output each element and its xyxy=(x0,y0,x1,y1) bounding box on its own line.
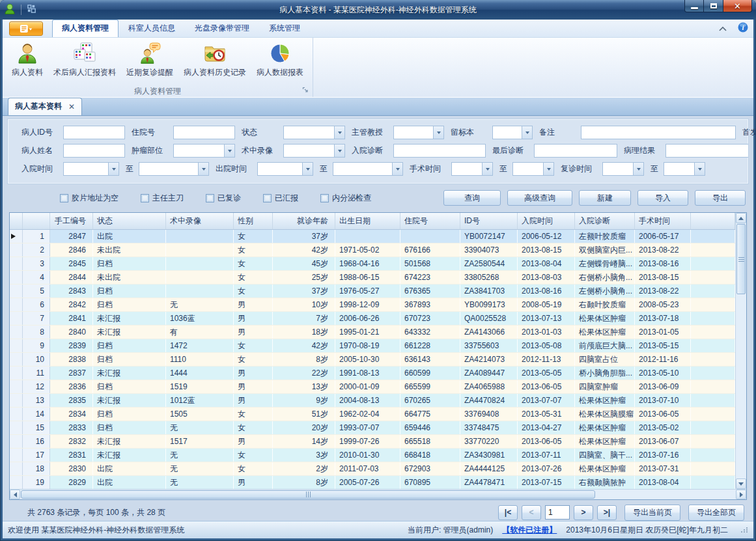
grid-cell[interactable]: 未汇报 xyxy=(93,326,166,339)
grid-cell[interactable]: 2844 xyxy=(50,271,93,284)
grid-cell[interactable]: 2013-05-08 xyxy=(518,339,575,352)
grid-cell[interactable]: 四脑室占位 xyxy=(575,353,635,366)
row-number[interactable]: 19 xyxy=(23,476,50,489)
grid-cell[interactable]: 无 xyxy=(166,298,234,311)
first-page-button[interactable]: |< xyxy=(498,505,518,520)
grid-cell[interactable]: 2836 xyxy=(50,380,93,393)
grid-cell[interactable]: 2013-07-13 xyxy=(518,312,575,325)
table-row[interactable]: 172831未汇报无女3岁2010-01-30668418ZA343098120… xyxy=(10,449,735,462)
grid-cell[interactable]: 四脑室肿瘤 xyxy=(575,380,635,393)
followup-reminder-button[interactable]: 近期复诊提醒 xyxy=(121,40,178,79)
grid-cell[interactable]: 670895 xyxy=(400,476,460,489)
grid-cell[interactable]: 2837 xyxy=(50,367,93,380)
grid-cell[interactable]: 1970-08-19 xyxy=(335,339,400,352)
grid-cell[interactable] xyxy=(166,284,234,298)
grid-cell[interactable]: 2841 xyxy=(50,312,93,325)
grid-cell[interactable]: 42岁 xyxy=(273,339,335,352)
grid-cell[interactable]: 2岁 xyxy=(273,462,335,475)
filter-combo[interactable] xyxy=(257,162,313,176)
grid-cell[interactable]: 女 xyxy=(234,339,273,352)
grid-cell[interactable]: ZA4470824 xyxy=(460,394,518,407)
grid-cell[interactable]: 2845 xyxy=(50,257,93,270)
grid-cell[interactable]: 2006-05-17 xyxy=(635,230,691,243)
grid-cell[interactable]: 2843 xyxy=(50,284,93,298)
horizontal-scrollbar[interactable] xyxy=(10,489,746,499)
filter-checkbox-1[interactable]: 主任主刀 xyxy=(141,193,184,204)
grid-cell[interactable]: 665518 xyxy=(400,435,460,448)
grid-cell[interactable]: 661228 xyxy=(400,339,460,352)
grid-column-header[interactable]: 手工编号 xyxy=(50,213,93,229)
grid-cell[interactable]: 未出院 xyxy=(93,271,166,284)
grid-cell[interactable]: 无 xyxy=(166,462,234,475)
row-selector[interactable] xyxy=(10,284,23,298)
grid-cell[interactable]: 2012-11-16 xyxy=(635,353,691,366)
grid-cell[interactable]: 右额颞脑脓肿 xyxy=(575,476,635,489)
prev-page-button[interactable]: < xyxy=(522,505,541,520)
grid-cell[interactable]: 女 xyxy=(234,230,273,243)
combo-dropdown-button[interactable] xyxy=(392,163,402,175)
advanced-search-button[interactable]: 高级查询 xyxy=(507,190,572,206)
grid-cell[interactable]: 2013-06-05 xyxy=(635,408,691,421)
grid-cell[interactable]: 未汇报 xyxy=(93,394,166,407)
grid-cell[interactable]: 右颞叶胶质瘤 xyxy=(575,298,635,311)
grid-cell[interactable]: 33769408 xyxy=(460,408,518,421)
new-button[interactable]: 新建 xyxy=(579,190,631,206)
combo-dropdown-button[interactable] xyxy=(198,163,208,175)
combo-dropdown-button[interactable] xyxy=(334,145,344,157)
grid-cell[interactable]: 2833 xyxy=(50,421,93,434)
grid-column-header[interactable]: 就诊年龄 xyxy=(273,213,335,229)
grid-cell[interactable]: 2013-07-16 xyxy=(635,449,691,462)
export-current-page-button[interactable]: 导出当前页 xyxy=(624,505,680,521)
filter-checkbox-2[interactable]: 已复诊 xyxy=(206,193,241,204)
table-row[interactable]: 162832未汇报1517男14岁1999-07-266655183377022… xyxy=(10,435,735,449)
grid-column-header[interactable]: 手术时间 xyxy=(635,213,691,229)
grid-column-header[interactable]: 术中录像 xyxy=(166,213,234,229)
grid-cell[interactable]: 桥小脑角胆脂... xyxy=(575,367,635,380)
grid-cell[interactable]: 2013-08-16 xyxy=(518,284,575,298)
grid-cell[interactable]: 2013-07-18 xyxy=(635,312,691,325)
grid-column-header[interactable]: 出生日期 xyxy=(335,213,400,229)
filter-input[interactable] xyxy=(63,126,125,139)
grid-cell[interactable]: 2842 xyxy=(50,298,93,311)
grid-cell[interactable]: 2005-07-26 xyxy=(335,476,400,489)
row-number[interactable]: 6 xyxy=(23,298,50,311)
row-selector[interactable] xyxy=(10,298,23,311)
grid-corner-header[interactable] xyxy=(10,213,23,229)
grid-cell[interactable]: 无 xyxy=(166,421,234,434)
grid-cell[interactable]: 670265 xyxy=(400,394,460,407)
row-number[interactable]: 10 xyxy=(23,353,50,366)
grid-cell[interactable]: 1991-08-13 xyxy=(335,367,400,380)
checkbox[interactable] xyxy=(206,194,214,202)
grid-cell[interactable]: 2011-07-03 xyxy=(335,462,400,475)
grid-cell[interactable]: 2013-06-09 xyxy=(635,380,691,393)
table-row[interactable]: 112837未汇报1444男22岁1991-08-13660599ZA40894… xyxy=(10,367,735,380)
grid-cell[interactable]: 女 xyxy=(234,284,273,298)
filter-combo[interactable] xyxy=(451,162,493,176)
info-icon[interactable]: i xyxy=(738,22,748,35)
grid-cell[interactable]: 2013-01-03 xyxy=(518,326,575,339)
grid-cell[interactable]: 1012蓝 xyxy=(166,394,234,407)
grid-cell[interactable]: 33755603 xyxy=(460,339,518,352)
grid-cell[interactable]: 37岁 xyxy=(273,284,335,298)
grid-cell[interactable]: 女 xyxy=(234,421,273,434)
grid-cell[interactable]: 2840 xyxy=(50,326,93,339)
grid-cell[interactable]: 女 xyxy=(234,449,273,462)
grid-cell[interactable]: 668418 xyxy=(400,449,460,462)
grid-corner-header[interactable] xyxy=(691,213,735,229)
filter-checkbox-0[interactable]: 胶片地址为空 xyxy=(60,193,119,204)
grid-cell[interactable]: 2000-01-09 xyxy=(335,380,400,393)
grid-column-header[interactable]: 住院号 xyxy=(400,213,460,229)
grid-cell[interactable]: ZA2580544 xyxy=(460,257,518,270)
grid-cell[interactable]: 有 xyxy=(166,326,234,339)
filter-input[interactable] xyxy=(63,144,125,158)
row-selector[interactable] xyxy=(10,421,23,434)
grid-cell[interactable]: 3岁 xyxy=(273,449,335,462)
row-number[interactable]: 2 xyxy=(23,243,50,257)
grid-cell[interactable]: 女 xyxy=(234,271,273,284)
grid-cell[interactable]: 1962-02-04 xyxy=(335,408,400,421)
grid-cell[interactable]: 无 xyxy=(166,449,234,462)
grid-cell[interactable]: 2006-05-12 xyxy=(518,230,575,243)
table-row[interactable]: 142834归档1505女51岁1962-02-0466477533769408… xyxy=(10,408,735,421)
row-selector[interactable] xyxy=(10,367,23,380)
horizontal-scroll-thumb[interactable] xyxy=(21,490,595,499)
